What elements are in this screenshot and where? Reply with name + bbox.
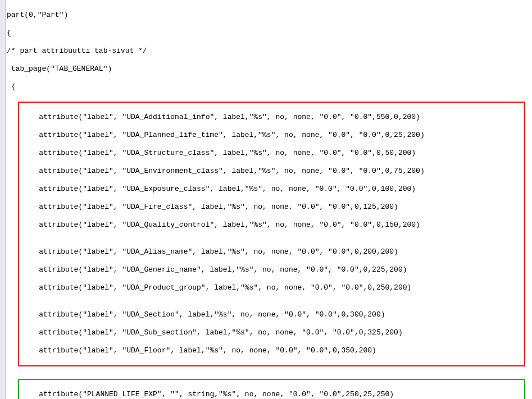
code-editor-content[interactable]: part(0,"Part") { /* part attribuutti tab… bbox=[6, 0, 532, 399]
code-line: attribute("label", "UDA_Section", label,… bbox=[21, 310, 522, 319]
code-line: /* part attribuutti tab-sivut */ bbox=[7, 47, 531, 56]
code-line: tab_page("TAB_GENERAL") bbox=[7, 65, 531, 74]
code-text: part(0 bbox=[7, 11, 33, 19]
code-line: part(0,"Part") bbox=[7, 11, 531, 20]
code-line: attribute("label", "UDA_Environment_clas… bbox=[21, 167, 522, 176]
editor-gutter bbox=[0, 0, 6, 399]
code-line: attribute("label", "UDA_Additional_info"… bbox=[21, 113, 522, 122]
code-line: attribute("label", "UDA_Structure_class"… bbox=[21, 149, 522, 158]
highlight-box-green: attribute("PLANNED_LIFE_EXP", "", string… bbox=[18, 379, 525, 399]
code-line: { bbox=[7, 82, 531, 91]
code-text: "Part") bbox=[38, 11, 69, 19]
code-line: attribute("label", "UDA_Product_group", … bbox=[21, 283, 522, 292]
code-line: attribute("label", "UDA_Quality_control"… bbox=[21, 221, 522, 230]
code-line: { bbox=[7, 29, 531, 38]
code-line: attribute("PLANNED_LIFE_EXP", "", string… bbox=[21, 390, 522, 399]
highlight-box-red: attribute("label", "UDA_Additional_info"… bbox=[18, 102, 525, 366]
code-line: attribute("label", "UDA_Sub_section", la… bbox=[21, 328, 522, 337]
code-line: attribute("label", "UDA_Fire_class", lab… bbox=[21, 203, 522, 212]
code-line: attribute("label", "UDA_Generic_name", l… bbox=[21, 265, 522, 274]
code-line: attribute("label", "UDA_Planned_life_tim… bbox=[21, 131, 522, 140]
code-line: attribute("label", "UDA_Floor", label,"%… bbox=[21, 346, 522, 355]
code-line: attribute("label", "UDA_Alias_name", lab… bbox=[21, 247, 522, 256]
code-line: attribute("label", "UDA_Exposure_class",… bbox=[21, 185, 522, 194]
text-cursor: , bbox=[33, 11, 38, 19]
